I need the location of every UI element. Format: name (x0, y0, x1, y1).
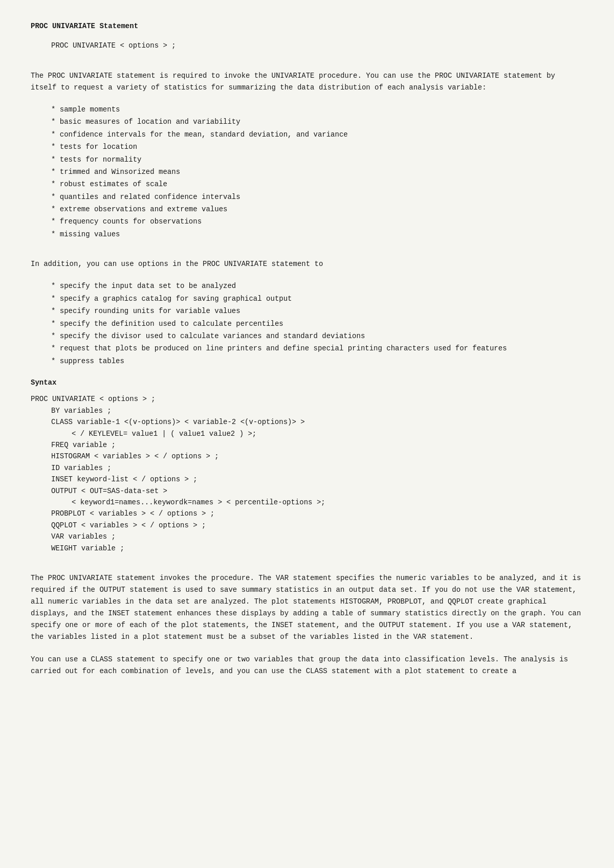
syntax-line-2: BY variables ; (51, 405, 583, 416)
list-item: tests for normality (51, 154, 583, 165)
syntax-line-4: < / KEYLEVEL= value1 | ( value1 value2 )… (72, 428, 583, 439)
paragraph-var: The PROC UNIVARIATE statement invokes th… (31, 572, 583, 643)
section-title: PROC UNIVARIATE Statement (31, 20, 583, 32)
list-item: trimmed and Winsorized means (51, 166, 583, 177)
list-item: specify a graphics catalog for saving gr… (51, 293, 583, 304)
list-item: missing values (51, 229, 583, 240)
paragraph-class: You can use a CLASS statement to specify… (31, 654, 583, 677)
features-list: sample moments basic measures of locatio… (51, 104, 583, 240)
syntax-line-11: PROBPLOT < variables > < / options > ; (51, 508, 583, 519)
syntax-block: PROC UNIVARIATE < options > ; BY variabl… (31, 393, 583, 553)
syntax-line-9: OUTPUT < OUT=SAS-data-set > (51, 485, 583, 497)
addition-intro: In addition, you can use options in the … (31, 258, 583, 270)
intro-paragraph: The PROC UNIVARIATE statement is require… (31, 70, 583, 94)
list-item: request that plots be produced on line p… (51, 343, 583, 354)
syntax-line-10: < keyword1=names...keywordk=names > < pe… (72, 497, 583, 508)
list-item: robust estimates of scale (51, 179, 583, 190)
syntax-line-12: QQPLOT < variables > < / options > ; (51, 520, 583, 531)
list-item: specify the divisor used to calculate va… (51, 330, 583, 342)
list-item: suppress tables (51, 355, 583, 367)
syntax-line-5: FREQ variable ; (51, 439, 583, 451)
list-item: quantiles and related confidence interva… (51, 191, 583, 203)
syntax-line-6: HISTOGRAM < variables > < / options > ; (51, 451, 583, 462)
syntax-line-8: INSET keyword-list < / options > ; (51, 474, 583, 485)
list-item: specify rounding units for variable valu… (51, 305, 583, 317)
list-item: specify the input data set to be analyze… (51, 280, 583, 292)
list-item: confidence intervals for the mean, stand… (51, 129, 583, 140)
syntax-line-13: VAR variables ; (51, 531, 583, 542)
syntax-line-3: CLASS variable-1 <(v-options)> < variabl… (51, 416, 583, 428)
list-item: tests for location (51, 141, 583, 152)
syntax-line-7: ID variables ; (51, 462, 583, 474)
syntax-line-1: PROC UNIVARIATE < options > ; (31, 393, 583, 405)
syntax-title: Syntax (31, 377, 583, 388)
options-list: specify the input data set to be analyze… (51, 280, 583, 367)
list-item: frequency counts for observations (51, 216, 583, 227)
list-item: sample moments (51, 104, 583, 115)
top-syntax: PROC UNIVARIATE < options > ; (51, 40, 583, 51)
list-item: specify the definition used to calculate… (51, 318, 583, 329)
page-container: PROC UNIVARIATE Statement PROC UNIVARIAT… (31, 20, 583, 677)
list-item: basic measures of location and variabili… (51, 116, 583, 127)
list-item: extreme observations and extreme values (51, 204, 583, 215)
syntax-line-14: WEIGHT variable ; (51, 543, 583, 554)
